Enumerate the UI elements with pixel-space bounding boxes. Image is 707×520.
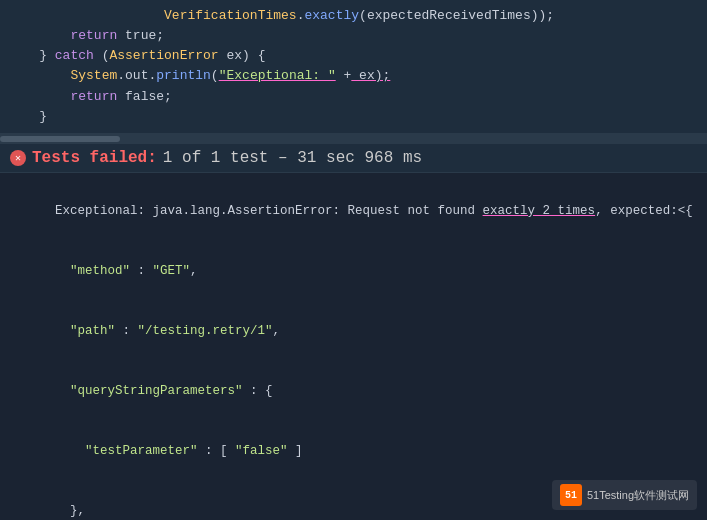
output-line-4: "queryStringParameters" : { (10, 361, 697, 421)
output-line-5: "testParameter" : [ "false" ] (10, 421, 697, 481)
code-line-1: VerificationTimes . exactly (expectedRec… (0, 6, 707, 26)
test-fail-icon: ✕ (10, 150, 26, 166)
code-line-2: return true; (0, 26, 707, 46)
code-editor-top: VerificationTimes . exactly (expectedRec… (0, 0, 707, 135)
test-output-area: Exceptional: java.lang.AssertionError: R… (0, 173, 707, 520)
watermark-icon: 51 (560, 484, 582, 506)
code-line-5: return false; (0, 87, 707, 107)
watermark-text: 51Testing软件测试网 (587, 488, 689, 503)
test-fail-label: Tests failed: (32, 149, 157, 167)
scrollbar-thumb[interactable] (0, 136, 120, 142)
output-line-1: Exceptional: java.lang.AssertionError: R… (10, 181, 697, 241)
code-line-6: } (0, 107, 707, 127)
output-line-2: "method" : "GET", (10, 241, 697, 301)
test-result-bar: ✕ Tests failed: 1 of 1 test – 31 sec 968… (0, 143, 707, 173)
watermark: 51 51Testing软件测试网 (552, 480, 697, 510)
output-line-3: "path" : "/testing.retry/1", (10, 301, 697, 361)
code-line-4: System .out. println ( "Exceptional: " +… (0, 66, 707, 86)
code-line-3: } catch ( AssertionError ex) { (0, 46, 707, 66)
scrollbar-horizontal[interactable] (0, 135, 707, 143)
test-count: 1 of 1 test – 31 sec 968 ms (163, 149, 422, 167)
